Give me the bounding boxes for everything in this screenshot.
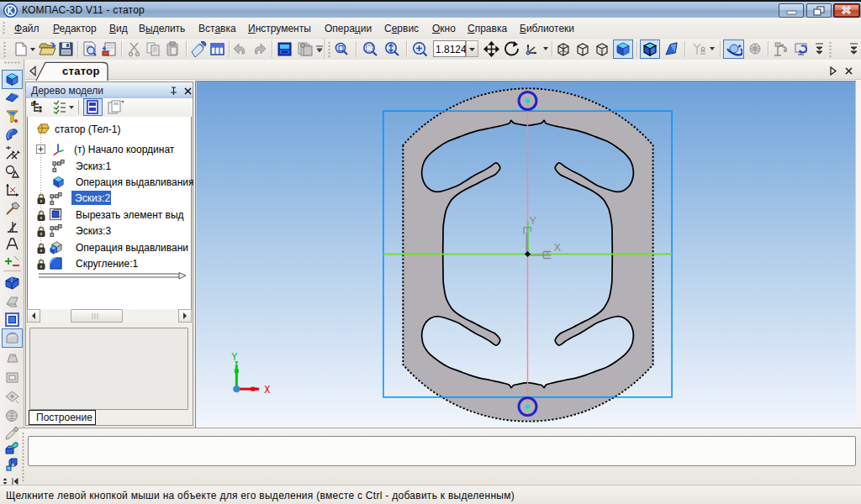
svg-text:Y: Y <box>529 214 536 227</box>
svg-text:X: X <box>553 242 561 255</box>
svg-text:X: X <box>264 385 270 396</box>
svg-text:Y: Y <box>231 352 237 364</box>
